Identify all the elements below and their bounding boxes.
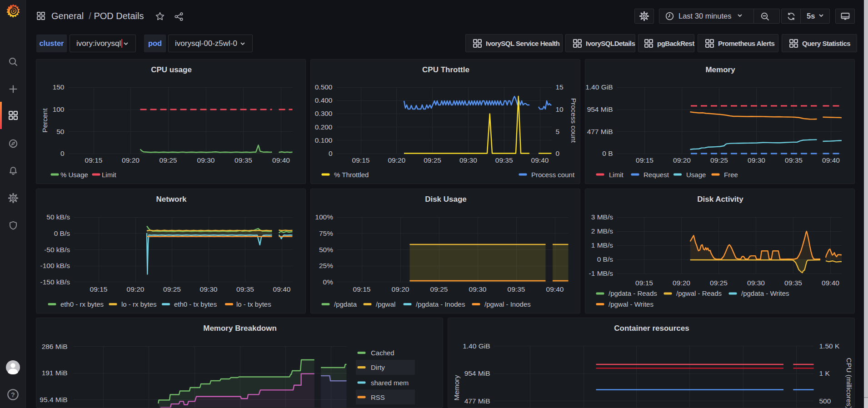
svg-text:/pgdata: /pgdata	[334, 300, 357, 308]
svg-text:477 MiB: 477 MiB	[464, 397, 490, 405]
svg-text:Dirty: Dirty	[371, 363, 385, 371]
svg-text:/pgwal - Reads: /pgwal - Reads	[676, 289, 722, 297]
svg-text:0.300: 0.300	[315, 109, 333, 117]
svg-text:1.40 GiB: 1.40 GiB	[585, 83, 613, 91]
svg-text:-50 kB/s: -50 kB/s	[44, 246, 70, 254]
svg-text:lo - rx bytes: lo - rx bytes	[121, 300, 157, 308]
svg-text:-150 kB/s: -150 kB/s	[40, 278, 70, 286]
svg-text:09:30: 09:30	[748, 156, 765, 164]
svg-text:0 B: 0 B	[602, 149, 613, 157]
svg-text:/pgwal: /pgwal	[376, 300, 395, 308]
svg-text:09:40: 09:40	[546, 285, 564, 293]
svg-text:lo - tx bytes: lo - tx bytes	[236, 300, 271, 308]
svg-text:CPU Throttle: CPU Throttle	[422, 65, 469, 74]
svg-text:-1 MB/s: -1 MB/s	[589, 269, 614, 277]
svg-text:eth0 - tx bytes: eth0 - tx bytes	[174, 300, 217, 308]
svg-text:eth0 - rx bytes: eth0 - rx bytes	[60, 300, 104, 308]
svg-text:Percent: Percent	[41, 108, 49, 133]
svg-text:09:20: 09:20	[388, 156, 405, 164]
svg-text:500: 500	[819, 397, 831, 405]
svg-text:/pgwal - Writes: /pgwal - Writes	[609, 300, 653, 308]
svg-text:Request: Request	[644, 171, 669, 179]
svg-text:09:25: 09:25	[163, 285, 181, 293]
svg-text:09:30: 09:30	[747, 279, 765, 287]
svg-text:Cached: Cached	[371, 349, 394, 357]
svg-text:Free: Free	[724, 171, 738, 179]
svg-text:09:20: 09:20	[673, 156, 691, 164]
svg-text:3 MB/s: 3 MB/s	[591, 213, 613, 221]
svg-text:0: 0	[556, 149, 560, 157]
svg-text:09:35: 09:35	[785, 156, 803, 164]
svg-text:Network: Network	[156, 195, 187, 204]
svg-text:% Usage: % Usage	[60, 171, 88, 179]
svg-text:09:20: 09:20	[392, 285, 409, 293]
svg-text:09:15: 09:15	[353, 285, 371, 293]
svg-text:0: 0	[60, 149, 65, 157]
svg-text:?: ?	[11, 391, 15, 398]
svg-text:1.50 K: 1.50 K	[819, 342, 840, 350]
svg-text:286 MiB: 286 MiB	[42, 343, 68, 350]
svg-text:1 MB/s: 1 MB/s	[591, 241, 613, 249]
svg-text:09:25: 09:25	[424, 156, 441, 164]
svg-text:09:30: 09:30	[459, 156, 477, 164]
svg-text:09:15: 09:15	[636, 156, 653, 164]
svg-text:0.100: 0.100	[315, 136, 333, 144]
svg-text:95.4 MiB: 95.4 MiB	[40, 396, 67, 403]
svg-text:477 MiB: 477 MiB	[587, 128, 613, 135]
svg-text:954 MiB: 954 MiB	[464, 369, 490, 377]
svg-text:09:25: 09:25	[710, 279, 728, 287]
svg-text:/pgdata - Writes: /pgdata - Writes	[741, 289, 789, 297]
svg-text:50 kB/s: 50 kB/s	[46, 213, 70, 221]
svg-text:CPU (millicores): CPU (millicores)	[845, 358, 853, 408]
svg-text:09:40: 09:40	[822, 279, 839, 287]
svg-text:09:25: 09:25	[160, 156, 177, 164]
svg-text:09:40: 09:40	[272, 156, 290, 164]
svg-text:Disk Usage: Disk Usage	[425, 195, 467, 204]
svg-text:09:40: 09:40	[273, 285, 291, 293]
svg-text:150: 150	[53, 83, 65, 91]
svg-text:Usage: Usage	[686, 171, 706, 179]
svg-text:Process count: Process count	[531, 171, 575, 179]
svg-text:Limit: Limit	[102, 171, 117, 179]
svg-text:Disk Activity: Disk Activity	[697, 195, 743, 204]
svg-text:25%: 25%	[319, 262, 333, 269]
svg-text:09:20: 09:20	[673, 279, 690, 287]
svg-text:0 B/s: 0 B/s	[597, 255, 614, 263]
svg-text:0: 0	[329, 149, 333, 157]
svg-text:09:25: 09:25	[710, 156, 728, 164]
svg-text:Limit: Limit	[609, 171, 624, 179]
svg-text:Container resources: Container resources	[614, 324, 689, 333]
svg-text:954 MiB: 954 MiB	[587, 105, 613, 113]
svg-text:09:35: 09:35	[236, 285, 254, 293]
svg-text:09:30: 09:30	[469, 285, 487, 293]
svg-text:10: 10	[556, 105, 564, 113]
svg-text:100%: 100%	[315, 213, 333, 221]
svg-text:/pgdata - Inodes: /pgdata - Inodes	[416, 300, 465, 308]
svg-text:Memory: Memory	[705, 65, 735, 74]
svg-text:0%: 0%	[323, 278, 334, 286]
svg-text:09:35: 09:35	[508, 285, 525, 293]
svg-text:100: 100	[53, 105, 65, 113]
svg-text:09:30: 09:30	[197, 156, 215, 164]
svg-text:RSS: RSS	[371, 393, 385, 401]
svg-text:5: 5	[556, 128, 560, 135]
svg-text:Memory Breakdown: Memory Breakdown	[203, 324, 277, 333]
svg-text:09:30: 09:30	[200, 285, 218, 293]
svg-text:/pgdata - Reads: /pgdata - Reads	[609, 289, 657, 297]
svg-text:09:35: 09:35	[495, 156, 513, 164]
svg-text:09:25: 09:25	[430, 285, 448, 293]
svg-text:% Throttled: % Throttled	[334, 171, 369, 179]
svg-text:CPU usage: CPU usage	[151, 65, 192, 74]
svg-text:50%: 50%	[319, 246, 333, 254]
svg-text:09:40: 09:40	[822, 156, 840, 164]
svg-text:2 MB/s: 2 MB/s	[591, 227, 613, 235]
svg-text:09:40: 09:40	[531, 156, 549, 164]
svg-text:09:15: 09:15	[635, 279, 653, 287]
svg-text:09:15: 09:15	[90, 285, 108, 293]
svg-text:191 MiB: 191 MiB	[42, 369, 68, 377]
svg-text:09:35: 09:35	[784, 279, 802, 287]
svg-text:0.400: 0.400	[315, 96, 333, 104]
svg-text:75%: 75%	[319, 229, 333, 237]
svg-text:0.200: 0.200	[315, 123, 333, 131]
svg-text:0.500: 0.500	[315, 83, 333, 91]
